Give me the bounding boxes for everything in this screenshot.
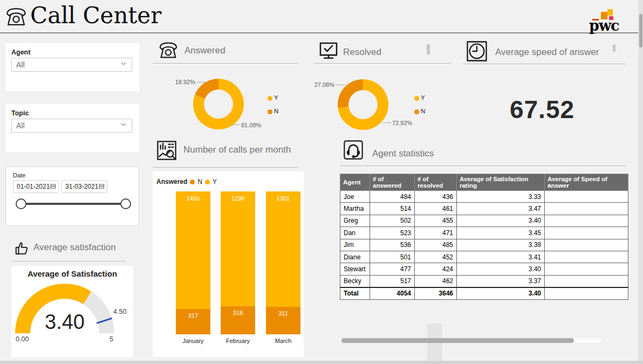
value-cell [545, 263, 628, 275]
thumbs-up-icon [13, 240, 30, 256]
agent-dropdown[interactable]: All [11, 58, 132, 72]
bar-value-y: 1298 [221, 195, 255, 202]
telephone-icon [158, 40, 179, 60]
value-cell: 485 [415, 239, 457, 251]
section-underline [463, 64, 626, 64]
gauge-value: 3.40 [11, 311, 118, 334]
visual-scrollbar-thumb[interactable] [427, 44, 430, 54]
table-row: Diane5014523.41 [340, 251, 628, 263]
bar-legend-y: Y [213, 178, 217, 186]
calendar-icon [99, 182, 105, 191]
value-cell: 3.40 [457, 263, 545, 275]
value-cell: 452 [415, 251, 457, 263]
date-start-value: 01-01-2021 [17, 183, 50, 190]
section-underline [153, 167, 298, 168]
date-slider-track[interactable] [21, 203, 126, 205]
column-header[interactable]: # of resolved [415, 174, 457, 191]
stats-card-title: Agent statistics [372, 148, 434, 159]
vertical-scrollbar-thumb[interactable] [639, 14, 642, 47]
leader-line [196, 82, 207, 83]
leader-line [382, 122, 391, 123]
bar-segment-y[interactable] [176, 191, 210, 309]
value-cell [545, 287, 628, 299]
resolved-legend-y: Y [421, 94, 425, 101]
bar-value-y: 1455 [176, 195, 210, 202]
donut-hole [348, 90, 378, 119]
answered-donut-chart[interactable] [193, 79, 244, 129]
value-cell: 461 [415, 203, 457, 215]
agent-name-cell: Diane [340, 251, 370, 263]
gauge-min-label: 0.00 [16, 335, 29, 343]
resolved-n-percent: 27.08% [307, 81, 334, 88]
column-header[interactable]: Agent [340, 174, 370, 191]
agent-filter-card: Agent All [5, 43, 139, 91]
agent-name-cell: Martha [340, 203, 370, 215]
agent-name-cell: Joe [340, 191, 370, 203]
agent-name-cell: Stewart [340, 263, 370, 275]
value-cell: 514 [370, 203, 415, 215]
value-cell: 3.40 [457, 215, 545, 226]
table-row: Stewart4774243.40 [340, 263, 628, 275]
date-slider-handle-end[interactable] [120, 198, 131, 209]
date-filter-label: Date [13, 172, 25, 178]
leader-line [231, 125, 240, 125]
value-cell: 3.45 [457, 227, 545, 239]
agent-name-cell: Jim [340, 239, 370, 251]
bar-value-n: 318 [221, 310, 255, 316]
agent-filter-label: Agent [11, 49, 30, 56]
calls-bar-card: Answered N Y 1455317January1298318Februa… [153, 171, 304, 357]
bar-month-label: March [266, 338, 300, 344]
bar-segment-y[interactable] [266, 191, 300, 307]
column-header[interactable]: Average of Satisfaction rating [457, 174, 545, 191]
table-row: Joe4844363.33 [340, 191, 628, 203]
value-cell: 502 [370, 215, 415, 226]
value-cell [545, 191, 628, 203]
legend-dot-n [190, 180, 195, 184]
horizontal-scrollbar-thumb[interactable] [341, 338, 574, 343]
resolved-card-title: Resolved [343, 47, 381, 58]
bar-legend-title: Answered [156, 178, 187, 186]
leader-line [336, 85, 345, 85]
value-cell [545, 239, 628, 251]
bar-value-n: 317 [176, 312, 210, 319]
agent-stats-table-wrap: Agent# of answered# of resolvedAverage o… [340, 174, 628, 300]
date-end-value: 31-03-2021 [65, 183, 98, 190]
table-row: Martha5144613.47 [340, 203, 628, 215]
legend-dot-y [268, 96, 272, 101]
donut-hole [204, 90, 233, 119]
date-start-input[interactable]: 01-01-2021 [13, 180, 59, 193]
topic-dropdown[interactable]: All [11, 119, 132, 133]
bar-segment-y[interactable] [221, 191, 255, 306]
bar-month-label: February [221, 338, 255, 344]
agent-name-cell: Dan [340, 227, 370, 239]
column-header[interactable]: # of answered [370, 174, 415, 191]
date-end-input[interactable]: 31-03-2021 [61, 180, 107, 193]
value-cell: 3.41 [457, 251, 545, 263]
value-cell: 501 [370, 251, 415, 263]
agent-name-cell: Becky [340, 275, 370, 287]
value-cell: 424 [415, 263, 457, 275]
value-cell [545, 227, 628, 239]
gauge-max-label: 5 [110, 335, 113, 343]
value-cell: 3.39 [457, 239, 545, 251]
table-row: Becky5174623.37 [340, 275, 628, 287]
pwc-logo-block-amber [607, 9, 613, 16]
calls-card-title: Number of calls per month [183, 145, 291, 155]
answered-legend-y: Y [274, 94, 278, 101]
monitor-check-icon [318, 41, 339, 61]
gauge-target-label: 4.50 [113, 308, 126, 315]
section-underline [153, 63, 298, 64]
column-header[interactable]: Average of Speed of answer▼ [545, 174, 628, 191]
answered-n-percent: 18.92% [167, 79, 195, 85]
bar-legend: Answered N Y [156, 178, 217, 186]
bar-value-y: 1301 [266, 195, 300, 202]
resolved-donut-chart[interactable] [338, 79, 388, 130]
visual-scrollbar-thumb[interactable] [613, 45, 615, 52]
dashboard: Call Center pwc Agent All Topic All Date [0, 0, 643, 364]
vertical-scrollbar-track[interactable] [638, 0, 643, 364]
value-cell [545, 203, 628, 215]
date-slicer-card: Date 01-01-2021 31-03-2021 [5, 167, 139, 226]
satisfaction-section-title: Average satisfaction [33, 242, 116, 253]
date-slider-handle-start[interactable] [16, 198, 26, 209]
value-cell: 471 [415, 227, 457, 239]
